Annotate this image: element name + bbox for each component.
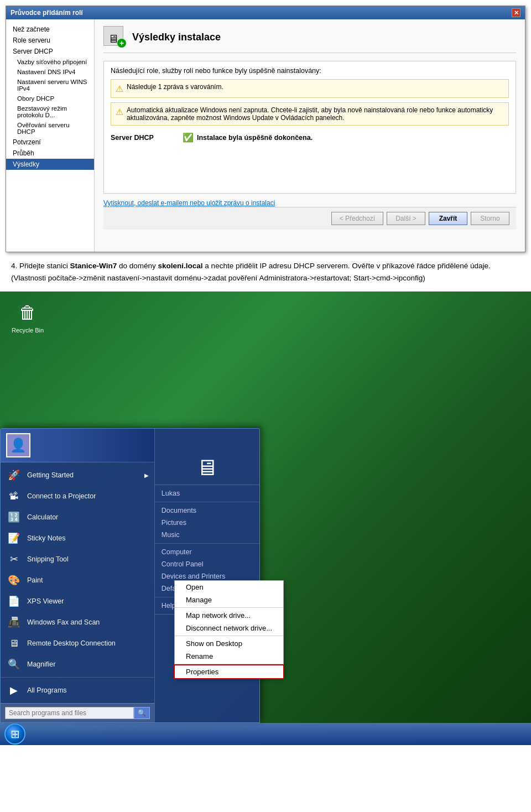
sticky-notes-icon: 📝	[6, 530, 22, 546]
start-item-magnifier[interactable]: 🔍 Magnifier	[1, 654, 154, 675]
ctx-separator-2	[175, 636, 283, 636]
ctx-item-disconnect-drive[interactable]: Disconnect network drive...	[175, 622, 283, 634]
warning-icon-2: ⚠	[116, 107, 123, 117]
magnifier-icon: 🔍	[6, 657, 22, 672]
start-right-lukas[interactable]: Lukas	[155, 487, 259, 499]
projector-icon: 📽	[6, 488, 22, 504]
start-right-pictures[interactable]: Pictures	[155, 517, 259, 529]
ctx-item-show-desktop[interactable]: Show on Desktop	[175, 637, 283, 650]
sidebar-item-3[interactable]: Vazby síťového připojení	[6, 57, 94, 67]
instruction-paragraph: 4. Přidejte stanici Stanice-Win7 do domé…	[11, 260, 520, 284]
start-item-remote-desktop[interactable]: 🖥 Remote Desktop Connection	[1, 633, 154, 654]
recycle-bin-icon[interactable]: 🗑 Recycle Bin	[11, 303, 44, 334]
warning-row-1: ⚠ Následuje 1 zpráva s varováním.	[111, 79, 509, 98]
instruction-section: 4. Přidejte stanici Stanice-Win7 do domé…	[0, 252, 531, 292]
next-button[interactable]: Další >	[387, 212, 425, 225]
start-item-paint[interactable]: 🎨 Paint	[1, 570, 154, 591]
header-icon-container: 🖥 +	[103, 26, 126, 48]
start-menu: 👤 🚀 Getting Started ▶ 📽 Connect to a Pro…	[0, 428, 260, 723]
ctx-item-manage[interactable]: Manage	[175, 594, 283, 606]
paint-icon: 🎨	[6, 572, 22, 588]
dialog-close-button[interactable]: ✕	[512, 8, 520, 17]
close-button[interactable]: Zavřít	[429, 212, 467, 225]
start-item-sticky-notes[interactable]: 📝 Sticky Notes	[1, 528, 154, 549]
start-item-projector[interactable]: 📽 Connect to a Projector	[1, 486, 154, 507]
warning-text-1: Následuje 1 zpráva s varováním.	[127, 83, 223, 91]
magnifier-label: Magnifier	[27, 660, 55, 668]
sidebar-item-11[interactable]: Výsledky	[6, 159, 94, 170]
ctx-separator-1	[175, 607, 283, 608]
all-programs-icon: ▶	[6, 683, 22, 698]
dialog-titlebar: Průvodce přidáním rolí ✕	[6, 6, 525, 19]
start-user-bar: 👤	[1, 429, 154, 462]
ctx-item-rename[interactable]: Rename	[175, 650, 283, 663]
start-right-documents[interactable]: Documents	[155, 504, 259, 517]
start-button[interactable]: ⊞	[0, 723, 30, 745]
start-search-bar: 🔍	[1, 703, 154, 722]
paint-label: Paint	[27, 576, 43, 584]
instruction-bold2: skoleni.local	[158, 262, 203, 270]
recycle-bin-label: Recycle Bin	[12, 327, 44, 334]
remote-desktop-label: Remote Desktop Connection	[27, 639, 116, 647]
snipping-tool-label: Snipping Tool	[27, 555, 69, 563]
result-label: Server DHCP	[111, 134, 183, 142]
sidebar-item-5[interactable]: Nastavení serveru WINS IPv4	[6, 77, 94, 93]
start-item-xps-viewer[interactable]: 📄 XPS Viewer	[1, 591, 154, 612]
sidebar-item-4[interactable]: Nastavení DNS IPv4	[6, 67, 94, 77]
snipping-tool-icon: ✂	[6, 551, 22, 567]
dialog-main: 🖥 + Výsledky instalace Následující role,…	[95, 19, 525, 252]
ctx-item-map-drive[interactable]: Map network drive...	[175, 609, 283, 622]
dialog-header: 🖥 + Výsledky instalace	[103, 26, 516, 53]
search-button[interactable]: 🔍	[134, 707, 150, 719]
start-item-all-programs[interactable]: ▶ All Programs	[1, 680, 154, 701]
plus-icon: +	[117, 39, 126, 48]
dialog-title: Průvodce přidáním rolí	[11, 9, 83, 17]
add-roles-dialog: Průvodce přidáním rolí ✕ Než začnete Rol…	[6, 6, 525, 252]
instruction-bold1: Stanice-Win7	[70, 262, 117, 270]
sidebar-item-8[interactable]: Ověřování serveru DHCP	[6, 120, 94, 137]
instruction-text-before: Přidejte stanici	[19, 262, 70, 270]
start-right-music[interactable]: Music	[155, 529, 259, 541]
instruction-number: 4.	[11, 262, 17, 270]
context-menu: Open Manage Map network drive... Disconn…	[174, 580, 284, 679]
warning-text-2: Automatická aktualizace Windows není zap…	[127, 106, 504, 122]
start-item-calculator[interactable]: 🔢 Calculator	[1, 507, 154, 528]
start-right-control-panel[interactable]: Control Panel	[155, 558, 259, 570]
right-separator-1	[155, 502, 259, 502]
start-item-fax-scan[interactable]: 📠 Windows Fax and Scan	[1, 612, 154, 633]
taskbar: ⊞	[0, 723, 531, 745]
content-intro: Následující role, služby rolí nebo funkc…	[111, 67, 509, 75]
sidebar-item-7[interactable]: Bezstavový režim protokolu D...	[6, 103, 94, 120]
sidebar-item-0[interactable]: Než začnete	[6, 24, 94, 35]
ctx-item-properties[interactable]: Properties	[175, 665, 283, 678]
sidebar-item-10[interactable]: Průběh	[6, 148, 94, 159]
result-value: Instalace byla úspěšně dokončena.	[197, 134, 313, 142]
calculator-label: Calculator	[27, 513, 58, 521]
dialog-body: Než začnete Role serveru Server DHCP Vaz…	[6, 19, 525, 252]
print-link[interactable]: Vytisknout, odeslat e-mailem nebo uložit…	[103, 199, 516, 207]
start-right-computer[interactable]: Computer	[155, 546, 259, 558]
ctx-separator-3	[175, 664, 283, 664]
sidebar-item-2[interactable]: Server DHCP	[6, 46, 94, 57]
dialog-footer: < Předchozí Další > Zavřít Storno	[103, 207, 516, 230]
sticky-notes-label: Sticky Notes	[27, 534, 65, 542]
user-avatar: 👤	[6, 433, 30, 457]
cancel-button[interactable]: Storno	[471, 212, 509, 225]
ctx-item-open[interactable]: Open	[175, 581, 283, 594]
dialog-header-title: Výsledky instalace	[132, 32, 221, 43]
start-item-getting-started[interactable]: 🚀 Getting Started ▶	[1, 465, 154, 486]
sidebar-item-6[interactable]: Obory DHCP	[6, 93, 94, 103]
start-item-snipping-tool[interactable]: ✂ Snipping Tool	[1, 549, 154, 570]
start-programs-list: 🚀 Getting Started ▶ 📽 Connect to a Proje…	[1, 462, 154, 703]
desktop: 🗑 Recycle Bin 👤 🚀 Getting Started ▶ 📽 Co…	[0, 292, 531, 745]
dialog-wrapper: Průvodce přidáním rolí ✕ Než začnete Rol…	[0, 0, 531, 252]
search-input[interactable]	[5, 707, 134, 719]
projector-label: Connect to a Projector	[27, 492, 96, 500]
fax-scan-icon: 📠	[6, 615, 22, 630]
xps-viewer-label: XPS Viewer	[27, 597, 64, 605]
prev-button[interactable]: < Předchozí	[331, 212, 383, 225]
start-menu-left: 👤 🚀 Getting Started ▶ 📽 Connect to a Pro…	[1, 429, 155, 722]
sidebar-item-9[interactable]: Potvrzení	[6, 137, 94, 148]
getting-started-label: Getting Started	[27, 471, 74, 479]
sidebar-item-1[interactable]: Role serveru	[6, 35, 94, 46]
